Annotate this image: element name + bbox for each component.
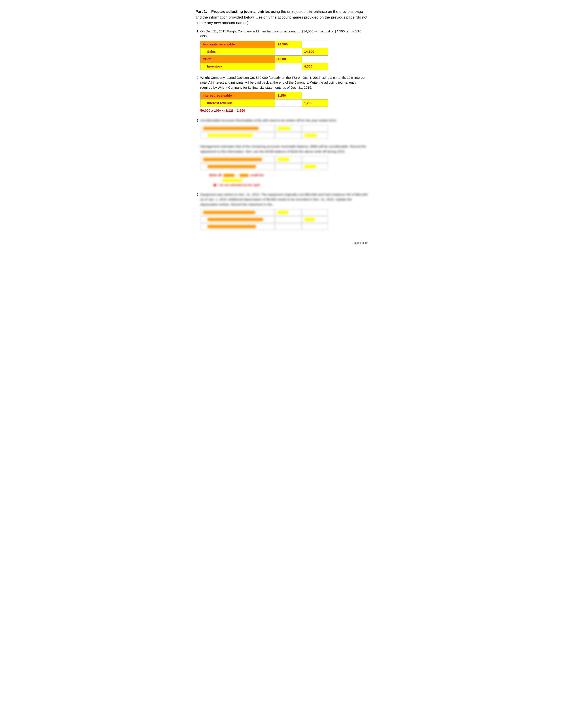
item-4-journal-table bbox=[200, 156, 328, 170]
table-row: Sales 14,500 bbox=[200, 48, 328, 56]
part-title: Prepare adjusting journal entries bbox=[211, 9, 270, 14]
table-row bbox=[201, 163, 328, 170]
account-cell bbox=[201, 125, 274, 132]
debit-cell bbox=[275, 163, 301, 170]
item-5-blurred: Equipment was retired on Dec. 31, 2015. … bbox=[200, 192, 368, 231]
account-cell bbox=[201, 132, 274, 139]
debit-cell: 1,250 bbox=[275, 92, 302, 99]
account-cell bbox=[201, 163, 274, 170]
list-item-2: Wright Company loaned Jackson Co. $50,00… bbox=[200, 75, 368, 113]
item-1-journal-table: Accounts receivable 14,500 Sales 14,500 … bbox=[200, 41, 328, 70]
item-2-journal-table: Interest receivable 1,250 Interest reven… bbox=[200, 92, 328, 107]
item-3-blurred: Uncollectable Accounts Receivables of $1… bbox=[200, 118, 368, 139]
list-item-4: Management estimates that of the remaini… bbox=[200, 144, 368, 187]
account-cell: Sales bbox=[200, 48, 275, 56]
list-item-1: On Dec. 31, 2015 Wright Company sold mer… bbox=[200, 29, 368, 70]
account-cell bbox=[201, 223, 274, 230]
credit-cell bbox=[302, 125, 328, 132]
debit-cell bbox=[275, 132, 301, 139]
table-row bbox=[201, 132, 328, 139]
list-item-5: Equipment was retired on Dec. 31, 2015. … bbox=[200, 192, 368, 231]
credit-cell bbox=[302, 92, 328, 99]
item-2-formula: 50,000 x 10% x (3/12) = 1,250 bbox=[200, 108, 368, 113]
table-row bbox=[201, 223, 328, 230]
credit-cell bbox=[302, 209, 328, 216]
credit-cell bbox=[302, 55, 328, 63]
page-label: Page 5 of 10 bbox=[353, 241, 368, 244]
credit-cell: 14,500 bbox=[302, 48, 328, 56]
credit-cell bbox=[302, 132, 328, 139]
debit-cell bbox=[275, 99, 302, 107]
credit-cell: 4,500 bbox=[302, 63, 328, 70]
item-5-journal-table bbox=[200, 209, 328, 230]
item-3-journal-table bbox=[200, 125, 328, 139]
debit-cell: 14,500 bbox=[275, 41, 302, 48]
table-row: COGS 4,500 bbox=[200, 55, 328, 63]
account-cell: Inventory bbox=[200, 63, 275, 70]
table-row: Accounts receivable 14,500 bbox=[200, 41, 328, 48]
table-row bbox=[201, 125, 328, 132]
debit-cell bbox=[275, 156, 301, 163]
account-cell bbox=[201, 216, 274, 223]
main-list: On Dec. 31, 2015 Wright Company sold mer… bbox=[200, 29, 368, 231]
debit-cell bbox=[275, 63, 302, 70]
part-label: Part 1: bbox=[195, 9, 207, 14]
list-item-3: Uncollectable Accounts Receivables of $1… bbox=[200, 118, 368, 139]
table-row bbox=[201, 216, 328, 223]
debit-cell bbox=[275, 223, 301, 230]
table-row: Inventory 4,500 bbox=[200, 63, 328, 70]
debit-cell bbox=[275, 216, 301, 223]
table-row bbox=[201, 209, 328, 216]
item-3-text: Uncollectable Accounts Receivables of $1… bbox=[200, 118, 368, 123]
account-cell bbox=[201, 209, 274, 216]
debit-cell bbox=[275, 209, 301, 216]
credit-cell bbox=[302, 156, 328, 163]
table-row: Interest receivable 1,250 bbox=[200, 92, 328, 99]
item-1-text: On Dec. 31, 2015 Wright Company sold mer… bbox=[200, 29, 368, 39]
item-4-annotation: Write off + credit for: = do not estimat… bbox=[209, 173, 368, 187]
account-cell: Interest revenue bbox=[200, 99, 275, 107]
page-footer: Page 5 of 10 bbox=[195, 241, 368, 244]
table-row: Interest revenue 1,250 bbox=[200, 99, 328, 107]
account-cell: Interest receivable bbox=[200, 92, 275, 99]
item-5-text: Equipment was retired on Dec. 31, 2015. … bbox=[200, 192, 368, 207]
debit-cell: 4,500 bbox=[275, 55, 302, 63]
credit-cell bbox=[302, 223, 328, 230]
account-cell: Accounts receivable bbox=[200, 41, 275, 48]
item-2-text: Wright Company loaned Jackson Co. $50,00… bbox=[200, 75, 368, 90]
credit-cell bbox=[302, 216, 328, 223]
item-4-blurred: Management estimates that of the remaini… bbox=[200, 144, 368, 187]
account-cell: COGS bbox=[200, 55, 275, 63]
table-row bbox=[201, 156, 328, 163]
part-heading: Part 1: Prepare adjusting journal entrie… bbox=[195, 9, 368, 26]
credit-cell bbox=[302, 41, 328, 48]
credit-cell bbox=[302, 163, 328, 170]
credit-cell: 1,250 bbox=[302, 99, 328, 107]
account-cell bbox=[201, 156, 274, 163]
debit-cell bbox=[275, 48, 302, 56]
debit-cell bbox=[275, 125, 301, 132]
item-4-text: Management estimates that of the remaini… bbox=[200, 144, 368, 154]
